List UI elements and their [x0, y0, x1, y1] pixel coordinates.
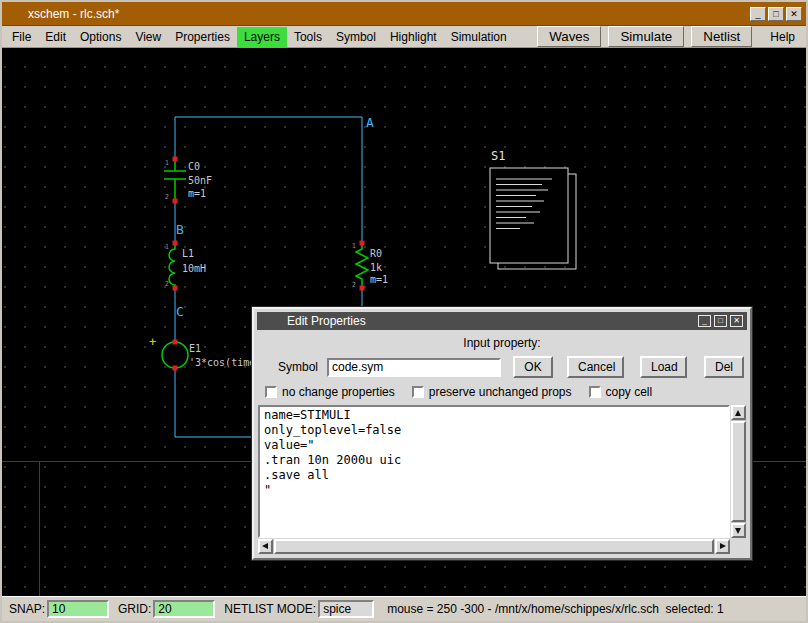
net-label-c[interactable]: C [176, 304, 184, 319]
inductor-l1[interactable]: L1 10mH 1 2 [165, 243, 206, 288]
dialog-maximize-icon[interactable]: □ [714, 315, 727, 327]
cancel-button[interactable]: Cancel [567, 356, 624, 378]
input-property-header: Input property: [258, 332, 746, 356]
netlist-mode-label: NETLIST MODE: [224, 602, 316, 616]
dialog-controls: _ □ ✕ [698, 315, 743, 327]
scroll-left-icon[interactable] [258, 539, 273, 554]
resistor-r0[interactable]: R0 1k m=1 1 2 [352, 242, 388, 289]
menu-view[interactable]: View [128, 27, 168, 47]
resistor-value: 1k [370, 262, 382, 273]
del-button[interactable]: Del [704, 356, 744, 378]
dialog-close-icon[interactable]: ✕ [730, 315, 743, 327]
dialog-body: Input property: Symbol OK Cancel Load De… [257, 330, 747, 555]
source-plus-sign: + [149, 335, 156, 349]
ok-button[interactable]: OK [513, 356, 553, 378]
copy-cell-option: copy cell [589, 385, 653, 399]
resistor-pin2: 2 [352, 281, 356, 289]
symbol-input[interactable] [327, 358, 501, 377]
resistor-m: m=1 [370, 274, 388, 285]
window-controls: _ □ ✕ [750, 7, 802, 21]
edit-properties-dialog: Edit Properties _ □ ✕ Input property: Sy… [252, 307, 752, 560]
menu-options[interactable]: Options [73, 27, 128, 47]
menu-edit[interactable]: Edit [38, 27, 73, 47]
grid-label: GRID: [118, 602, 151, 616]
mouse-status-text: mouse = 250 -300 - /mnt/x/home/schippes/… [387, 602, 724, 616]
waves-button[interactable]: Waves [537, 26, 601, 47]
copy-cell-checkbox[interactable] [589, 386, 601, 398]
code-symbol-label: S1 [491, 149, 505, 163]
menu-layers[interactable]: Layers [237, 27, 287, 47]
properties-textarea[interactable]: name=STIMULI only_toplevel=false value="… [258, 405, 730, 538]
scroll-down-icon[interactable] [731, 523, 746, 538]
dialog-title: Edit Properties [287, 314, 366, 328]
net-label-b[interactable]: B [176, 222, 184, 237]
window-titlebar: xschem - rlc.sch* _ □ ✕ [2, 2, 806, 26]
dialog-minimize-icon[interactable]: _ [698, 315, 711, 327]
resistor-pin1: 1 [352, 242, 356, 250]
snap-label: SNAP: [9, 602, 45, 616]
dialog-titlebar[interactable]: Edit Properties _ □ ✕ [257, 312, 747, 330]
minimize-icon[interactable]: _ [750, 7, 766, 21]
netlist-mode-input[interactable] [318, 600, 374, 618]
source-name: E1 [189, 343, 201, 354]
hscroll-row [258, 539, 746, 554]
menubar-right: Waves Simulate Netlist Help [537, 26, 803, 47]
grid-input[interactable] [153, 600, 215, 618]
preserve-unchanged-props-option: preserve unchanged props [412, 385, 572, 399]
copy-cell-label: copy cell [606, 385, 653, 399]
window-title: xschem - rlc.sch* [28, 7, 119, 21]
net-label-a[interactable]: A [366, 115, 374, 130]
menu-help[interactable]: Help [762, 27, 803, 47]
capacitor-pin2: 2 [165, 193, 169, 201]
schematic-canvas[interactable]: A B C C0 50nF m=1 1 2 L1 10mH 1 2 [2, 48, 806, 596]
menu-tools[interactable]: Tools [287, 27, 329, 47]
capacitor-name: C0 [188, 161, 200, 172]
menu-simulation[interactable]: Simulation [444, 27, 514, 47]
symbol-label: Symbol [278, 360, 318, 374]
maximize-icon[interactable]: □ [768, 7, 784, 21]
menu-symbol[interactable]: Symbol [329, 27, 383, 47]
preserve-unchanged-props-checkbox[interactable] [412, 386, 424, 398]
text-region: name=STIMULI only_toplevel=false value="… [258, 405, 746, 538]
no-change-properties-option: no change properties [265, 385, 395, 399]
xschem-window: xschem - rlc.sch* _ □ ✕ File Edit Option… [0, 0, 808, 623]
scroll-up-icon[interactable] [731, 405, 746, 420]
no-change-properties-label: no change properties [282, 385, 395, 399]
menubar: File Edit Options View Properties Layers… [2, 26, 806, 48]
snap-input[interactable] [47, 600, 109, 618]
simulate-button[interactable]: Simulate [608, 26, 684, 47]
horizontal-scrollbar[interactable] [258, 539, 730, 554]
symbol-row: Symbol OK Cancel Load Del [278, 356, 744, 378]
capacitor-c0[interactable]: C0 50nF m=1 1 2 [164, 159, 212, 201]
scrollbar-corner [730, 539, 746, 554]
statusbar: SNAP: GRID: NETLIST MODE: mouse = 250 -3… [2, 596, 806, 621]
checkbox-row: no change properties preserve unchanged … [265, 385, 746, 399]
horizontal-scroll-thumb[interactable] [274, 539, 714, 554]
code-symbol-s1[interactable]: S1 [490, 149, 576, 269]
close-icon[interactable]: ✕ [786, 7, 802, 21]
inductor-pin1: 1 [165, 243, 169, 251]
vertical-scrollbar[interactable] [731, 405, 746, 538]
menu-highlight[interactable]: Highlight [383, 27, 444, 47]
menu-properties[interactable]: Properties [168, 27, 237, 47]
vertical-scroll-thumb[interactable] [731, 421, 746, 522]
no-change-properties-checkbox[interactable] [265, 386, 277, 398]
inductor-pin2: 2 [165, 280, 169, 288]
inductor-name: L1 [182, 248, 194, 259]
resistor-name: R0 [370, 248, 382, 259]
netlist-button[interactable]: Netlist [691, 26, 752, 47]
capacitor-pin1: 1 [165, 159, 169, 167]
scroll-right-icon[interactable] [715, 539, 730, 554]
capacitor-value: 50nF [188, 175, 212, 186]
menu-file[interactable]: File [5, 27, 38, 47]
inductor-value: 10mH [182, 263, 206, 274]
load-button[interactable]: Load [640, 356, 687, 378]
preserve-unchanged-props-label: preserve unchanged props [429, 385, 572, 399]
capacitor-m: m=1 [188, 188, 206, 199]
